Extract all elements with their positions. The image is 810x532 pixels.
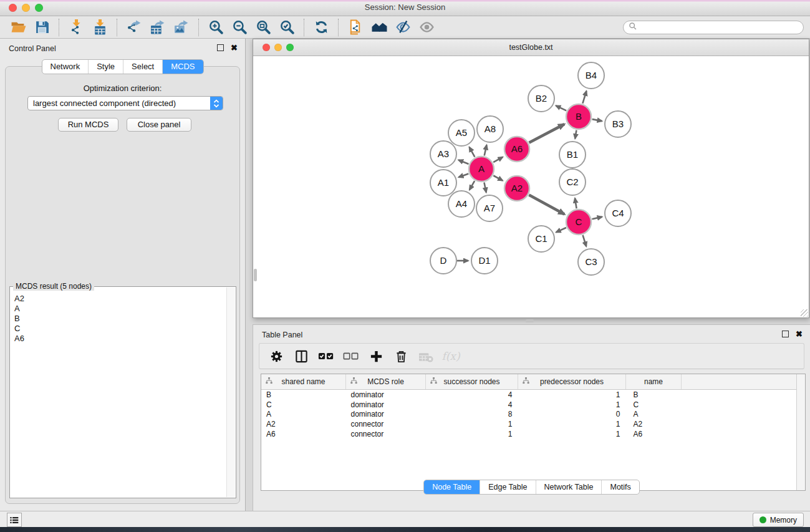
graph-node-label: C1	[535, 233, 547, 244]
result-scrollbar[interactable]	[226, 288, 235, 497]
graph-edge-A-A5[interactable]	[470, 147, 475, 157]
select-all-icon[interactable]	[318, 349, 334, 364]
tab-network-table[interactable]: Network Table	[536, 480, 602, 494]
table-cell: dominator	[346, 390, 426, 400]
zoom-out-icon[interactable]	[228, 18, 251, 37]
deselect-all-icon[interactable]	[343, 349, 359, 364]
close-panel-icon[interactable]: ✖	[231, 44, 238, 51]
graph-edge-C-C1[interactable]	[556, 228, 566, 232]
run-mcds-button[interactable]: Run MCDS	[58, 118, 118, 132]
network-canvas[interactable]: B4B2BB3A5A8A6B1A3AC2A1A2A4A7C4CC1C3DD1	[254, 56, 809, 318]
add-column-icon[interactable]	[368, 349, 384, 364]
column-header-MCDS-role[interactable]: MCDS role	[346, 374, 426, 390]
table-tabs-wrap: Node TableEdge TableNetwork TableMotifs	[253, 480, 810, 495]
table-row[interactable]: Adominator80A	[261, 410, 805, 420]
status-bar: Memory	[0, 511, 810, 527]
table-panel-controls: ✖	[782, 331, 803, 337]
open-network-doc-icon[interactable]	[344, 18, 367, 37]
graph-edge-A-A3[interactable]	[458, 160, 468, 164]
column-header-name[interactable]: name	[626, 374, 682, 390]
search-input[interactable]	[637, 21, 803, 34]
graph-edge-C-C3[interactable]	[583, 235, 587, 246]
tab-edge-table[interactable]: Edge Table	[480, 480, 535, 494]
attribute-icon	[266, 377, 272, 386]
float-panel-icon[interactable]	[217, 44, 224, 51]
memory-button[interactable]: Memory	[753, 513, 804, 527]
result-item[interactable]: B	[11, 314, 226, 324]
column-header-successor-nodes[interactable]: successor nodes	[426, 374, 518, 390]
mcds-panel: Optimization criterion: largest connecte…	[5, 66, 240, 504]
tab-select[interactable]: Select	[123, 60, 162, 74]
export-image-icon[interactable]	[170, 18, 193, 37]
network-resize-grip[interactable]	[801, 309, 808, 317]
graph-edge-B-B1[interactable]	[575, 130, 576, 139]
graph-edge-A-A2[interactable]	[493, 176, 503, 181]
graph-edge-B-B2[interactable]	[556, 105, 566, 110]
zoom-in-icon[interactable]	[204, 18, 228, 37]
graph-edge-C-C2[interactable]	[575, 198, 577, 209]
tab-network[interactable]: Network	[42, 60, 88, 74]
import-table-icon[interactable]	[88, 18, 112, 37]
result-item[interactable]: A2	[11, 294, 226, 304]
graph-edge-A-A7[interactable]	[484, 183, 486, 193]
hide-panels-icon[interactable]	[391, 18, 415, 37]
refresh-layout-icon[interactable]	[309, 18, 333, 37]
control-panel-tabs: NetworkStyleSelectMCDS	[41, 59, 203, 74]
task-history-button[interactable]	[7, 513, 22, 527]
show-eye-icon[interactable]	[415, 18, 438, 37]
graph-edge-A-A8[interactable]	[485, 145, 487, 155]
export-table-icon[interactable]	[146, 18, 170, 37]
table-row[interactable]: Bdominator41B	[261, 390, 805, 400]
zoom-fit-icon[interactable]	[251, 18, 275, 37]
graph-node-label: A1	[438, 177, 449, 188]
export-network-icon[interactable]	[122, 18, 146, 37]
graph-edge-B-B4[interactable]	[582, 91, 586, 104]
attribute-icon	[350, 377, 357, 386]
criterion-dropdown[interactable]: largest connected component (directed)	[27, 96, 223, 110]
tab-style[interactable]: Style	[88, 60, 123, 74]
network-window-titlebar[interactable]: testGlobe.txt	[253, 39, 809, 56]
table-float-panel-icon[interactable]	[782, 331, 789, 337]
table-cell-filler	[682, 419, 805, 429]
save-session-icon[interactable]	[30, 18, 54, 37]
import-network-icon[interactable]	[64, 18, 88, 37]
table-cell: A	[261, 410, 346, 420]
graph-edge-A-A4[interactable]	[470, 181, 475, 190]
node-table: shared nameMCDS rolesuccessor nodesprede…	[261, 374, 806, 491]
column-header-shared-name[interactable]: shared name	[261, 374, 346, 390]
table-panel: Table Panel ✖ f(x) shared nameMCDS roles…	[253, 324, 810, 511]
graph-edge-C-C4[interactable]	[592, 217, 602, 220]
attribute-icon	[430, 377, 437, 386]
table-close-panel-icon[interactable]: ✖	[796, 331, 803, 337]
table-row[interactable]: A2connector11A2	[261, 419, 805, 429]
result-item[interactable]: A6	[11, 334, 226, 344]
table-cell: 1	[426, 419, 518, 429]
graph-edge-A-A6[interactable]	[493, 157, 503, 163]
tab-node-table[interactable]: Node Table	[424, 480, 480, 494]
delete-column-icon[interactable]	[393, 349, 409, 364]
tab-motifs[interactable]: Motifs	[601, 480, 639, 494]
search-box[interactable]	[623, 21, 804, 34]
tab-mcds[interactable]: MCDS	[162, 60, 203, 74]
graph-edge-A6-B[interactable]	[529, 124, 564, 143]
open-file-icon[interactable]	[6, 18, 30, 37]
result-item[interactable]: A	[11, 304, 226, 314]
table-row[interactable]: Cdominator41C	[261, 400, 805, 410]
network-vertical-scroll-nub[interactable]	[254, 269, 257, 281]
graph-edge-B-B3[interactable]	[592, 119, 602, 121]
network-horizontal-scroll-nub[interactable]	[526, 319, 534, 322]
graph-edge-A-A1[interactable]	[458, 173, 468, 177]
zoom-selected-icon[interactable]	[275, 18, 299, 37]
table-body: Bdominator41BCdominator41CAdominator80AA…	[261, 390, 805, 439]
table-scrollbar[interactable]	[796, 374, 805, 490]
settings-icon[interactable]	[268, 349, 284, 364]
home-icon[interactable]	[367, 18, 391, 37]
table-cell: C	[626, 400, 682, 410]
table-row[interactable]: A6connector11A6	[261, 429, 805, 439]
close-panel-button[interactable]: Close panel	[127, 118, 191, 132]
dropdown-stepper-icon[interactable]	[210, 97, 223, 110]
result-item[interactable]: C	[11, 324, 226, 334]
graph-edge-A2-C[interactable]	[529, 195, 564, 215]
column-header-predecessor-nodes[interactable]: predecessor nodes	[518, 374, 626, 390]
split-view-icon[interactable]	[293, 349, 309, 364]
